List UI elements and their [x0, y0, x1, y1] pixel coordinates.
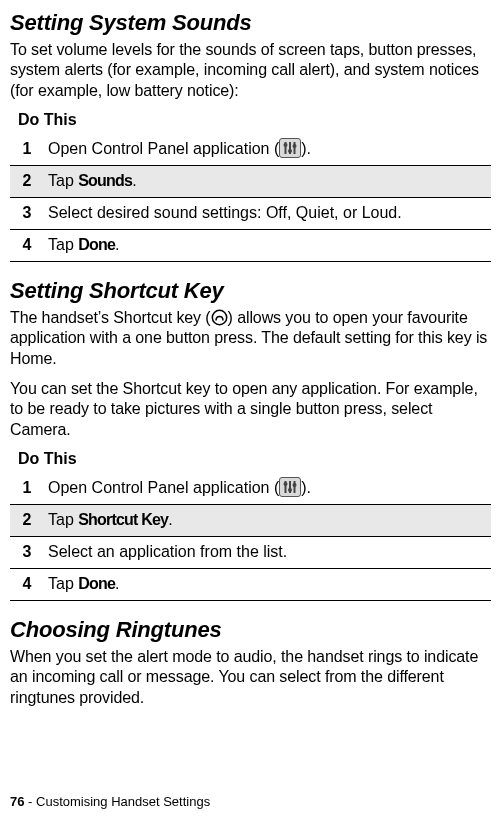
step-number: 2: [10, 166, 44, 198]
text-fragment: Tap: [48, 172, 78, 189]
svg-point-6: [212, 310, 226, 324]
table-row: 4 Tap Done.: [10, 229, 491, 261]
table-row: 3 Select desired sound settings: Off, Qu…: [10, 198, 491, 230]
table-row: 2 Tap Sounds.: [10, 166, 491, 198]
intro-ringtunes: When you set the alert mode to audio, th…: [10, 647, 491, 708]
intro-system-sounds: To set volume levels for the sounds of s…: [10, 40, 491, 101]
svg-point-1: [284, 143, 288, 147]
svg-point-8: [284, 482, 288, 486]
step-text: Open Control Panel application ( ).: [44, 472, 491, 504]
step-text: Select desired sound settings: Off, Quie…: [44, 198, 491, 230]
page-number: 76: [10, 794, 24, 809]
step-number: 4: [10, 229, 44, 261]
table-row: 3 Select an application from the list.: [10, 537, 491, 569]
do-this-label: Do This: [18, 111, 491, 129]
control-panel-icon: [279, 477, 301, 497]
text-fragment: .: [132, 172, 136, 189]
step-text: Tap Shortcut Key.: [44, 505, 491, 537]
svg-point-5: [293, 144, 297, 148]
menu-item-sounds: Sounds: [78, 172, 132, 189]
table-row: 2 Tap Shortcut Key.: [10, 505, 491, 537]
text-fragment: .: [115, 575, 119, 592]
step-number: 2: [10, 505, 44, 537]
text-fragment: .: [168, 511, 172, 528]
button-label-done: Done: [78, 236, 115, 253]
text-fragment: Tap: [48, 575, 78, 592]
text-fragment: Open Control Panel application (: [48, 140, 279, 157]
button-label-done: Done: [78, 575, 115, 592]
text-fragment: Open Control Panel application (: [48, 479, 279, 496]
text-fragment: The handset’s Shortcut key (: [10, 309, 211, 326]
step-number: 3: [10, 198, 44, 230]
shortcut-key-icon: [211, 309, 228, 326]
step-text: Tap Sounds.: [44, 166, 491, 198]
page-footer: 76 - Customising Handset Settings: [10, 794, 210, 809]
text-fragment: .: [115, 236, 119, 253]
menu-item-shortcut-key: Shortcut Key: [78, 511, 168, 528]
footer-separator: -: [24, 794, 36, 809]
document-page: Setting System Sounds To set volume leve…: [0, 0, 501, 817]
step-number: 1: [10, 472, 44, 504]
steps-table-sounds: 1 Open Control Panel application ( ). 2: [10, 133, 491, 261]
step-text: Tap Done.: [44, 229, 491, 261]
text-fragment: Tap: [48, 511, 78, 528]
heading-ringtunes: Choosing Ringtunes: [10, 617, 491, 643]
control-panel-icon: [279, 138, 301, 158]
text-fragment: Tap: [48, 236, 78, 253]
table-row: 1 Open Control Panel application ( ).: [10, 472, 491, 504]
table-row: 4 Tap Done.: [10, 568, 491, 600]
step-text: Open Control Panel application ( ).: [44, 133, 491, 165]
text-fragment: ).: [301, 140, 311, 157]
step-text: Tap Done.: [44, 568, 491, 600]
heading-shortcut-key: Setting Shortcut Key: [10, 278, 491, 304]
intro-shortcut-1: The handset’s Shortcut key ( ) allows yo…: [10, 308, 491, 369]
table-row: 1 Open Control Panel application ( ).: [10, 133, 491, 165]
step-number: 4: [10, 568, 44, 600]
step-text: Select an application from the list.: [44, 537, 491, 569]
do-this-label: Do This: [18, 450, 491, 468]
heading-system-sounds: Setting System Sounds: [10, 10, 491, 36]
text-fragment: ).: [301, 479, 311, 496]
svg-point-3: [288, 149, 292, 153]
intro-shortcut-2: You can set the Shortcut key to open any…: [10, 379, 491, 440]
svg-point-12: [293, 483, 297, 487]
chapter-title: Customising Handset Settings: [36, 794, 210, 809]
step-number: 1: [10, 133, 44, 165]
step-number: 3: [10, 537, 44, 569]
steps-table-shortcut: 1 Open Control Panel application ( ). 2: [10, 472, 491, 600]
svg-point-10: [288, 488, 292, 492]
